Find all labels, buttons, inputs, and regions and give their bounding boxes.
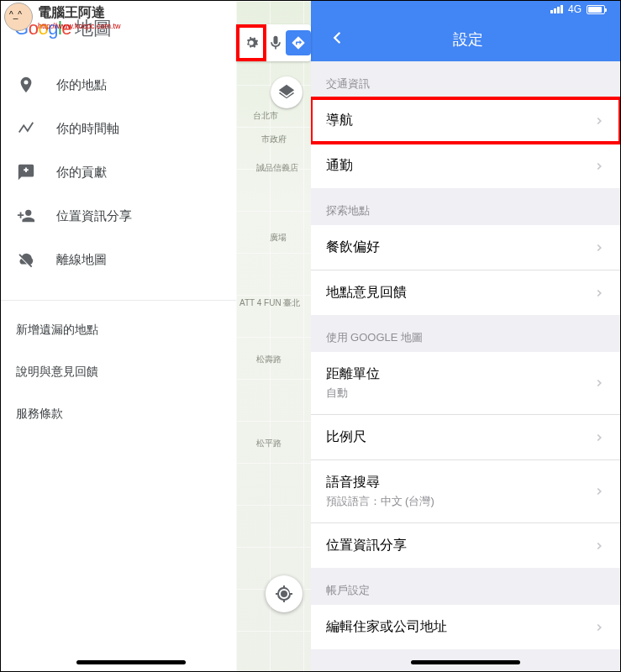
- map-label: 松壽路: [256, 354, 282, 365]
- gear-icon: [242, 34, 261, 52]
- cell-title: 比例尺: [326, 428, 594, 446]
- menu-label: 你的地點: [56, 77, 107, 93]
- section-header: 探索地點: [311, 188, 621, 225]
- settings-row-dining-pref[interactable]: 餐飲偏好: [311, 225, 621, 270]
- signal-icon: [550, 5, 563, 13]
- timeline-icon: [16, 118, 36, 139]
- settings-row-scale[interactable]: 比例尺: [311, 415, 621, 460]
- cloud-off-icon: [16, 249, 36, 270]
- cell-title: 語音搜尋: [326, 474, 594, 491]
- chevron-right-icon: [593, 540, 605, 552]
- menu-label: 你的時間軸: [56, 121, 119, 137]
- chat-add-icon: [16, 162, 36, 182]
- chevron-right-icon: [593, 377, 605, 389]
- divider: [1, 300, 236, 301]
- locate-button[interactable]: [266, 575, 303, 612]
- home-indicator: [76, 660, 186, 664]
- menu-item-your-places[interactable]: 你的地點: [1, 63, 236, 107]
- menu-item-contributions[interactable]: 你的貢獻: [1, 150, 236, 194]
- menu-label: 位置資訊分享: [56, 208, 132, 224]
- menu-label: 離線地圖: [56, 252, 107, 268]
- menu-label: 你的貢獻: [56, 165, 107, 181]
- nav-drawer: Google地圖 你的地點你的時間軸你的貢獻位置資訊分享離線地圖 新增遺漏的地點…: [1, 1, 236, 671]
- page-title: 設定: [353, 29, 584, 50]
- chevron-right-icon: [593, 432, 605, 444]
- cell-title: 餐飲偏好: [326, 239, 594, 256]
- drawer-header: Google地圖: [1, 1, 236, 53]
- cell-title: 編輯住家或公司地址: [326, 618, 594, 636]
- map-label: 誠品信義店: [256, 162, 298, 174]
- menu-item-add-missing[interactable]: 新增遺漏的地點: [1, 309, 236, 351]
- map-label: ATT 4 FUN 臺北: [239, 297, 300, 309]
- network-label: 4G: [568, 3, 582, 15]
- settings-button[interactable]: [236, 24, 266, 61]
- crosshair-icon: [274, 584, 294, 604]
- nav-header: 設定: [311, 18, 621, 61]
- settings-row-loc-sharing[interactable]: 位置資訊分享: [311, 523, 621, 568]
- cell-title: 地點意見回饋: [326, 284, 594, 302]
- map-label: 台北市: [253, 110, 278, 122]
- map-label: 市政府: [261, 134, 287, 145]
- menu-item-offline-maps[interactable]: 離線地圖: [1, 238, 236, 281]
- settings-row-place-feedback[interactable]: 地點意見回饋: [311, 270, 621, 315]
- settings-row-edit-addr[interactable]: 編輯住家或公司地址: [311, 605, 621, 649]
- back-button[interactable]: [321, 22, 353, 57]
- mic-icon: [267, 34, 284, 51]
- cell-subtitle: 自動: [326, 386, 594, 401]
- chevron-right-icon: [593, 486, 605, 497]
- directions-button[interactable]: [286, 24, 311, 61]
- chevron-left-icon: [328, 29, 346, 47]
- cell-subtitle: 預設語言：中文 (台灣): [326, 494, 594, 509]
- menu-item-location-sharing[interactable]: 位置資訊分享: [1, 194, 236, 238]
- voice-search-button[interactable]: [266, 24, 287, 61]
- settings-row-commute[interactable]: 通勤: [311, 144, 621, 188]
- cell-title: 通勤: [326, 157, 594, 175]
- cell-title: 位置資訊分享: [326, 537, 594, 554]
- settings-row-distance-unit[interactable]: 距離單位自動: [311, 352, 621, 415]
- status-bar: 4G: [311, 1, 621, 18]
- settings-row-navigation[interactable]: 導航: [311, 98, 621, 144]
- app-name: 地圖: [75, 18, 112, 39]
- map-label: 松平路: [256, 438, 282, 449]
- menu-item-terms[interactable]: 服務條款: [1, 393, 236, 435]
- google-logo: Google: [14, 18, 71, 39]
- chevron-right-icon: [593, 160, 605, 172]
- settings-row-voice-search[interactable]: 語音搜尋預設語言：中文 (台灣): [311, 460, 621, 523]
- section-header: 交通資訊: [311, 61, 621, 98]
- layers-icon: [277, 83, 296, 102]
- menu-item-help-feedback[interactable]: 說明與意見回饋: [1, 351, 236, 393]
- chevron-right-icon: [593, 115, 605, 127]
- cell-title: 導航: [326, 112, 594, 129]
- chevron-right-icon: [593, 242, 605, 254]
- map-label: 廣場: [270, 232, 287, 244]
- chevron-right-icon: [593, 622, 605, 633]
- person-add-icon: [16, 206, 36, 226]
- menu-item-timeline[interactable]: 你的時間軸: [1, 107, 236, 150]
- layers-button[interactable]: [271, 76, 303, 108]
- section-header: 帳戶設定: [311, 568, 621, 605]
- cell-title: 距離單位: [326, 365, 594, 383]
- battery-icon: [587, 5, 605, 14]
- pin-icon: [16, 75, 36, 95]
- directions-icon: [291, 35, 306, 50]
- home-indicator: [411, 660, 520, 664]
- section-header: 使用 GOOGLE 地圖: [311, 315, 621, 352]
- chevron-right-icon: [593, 287, 605, 299]
